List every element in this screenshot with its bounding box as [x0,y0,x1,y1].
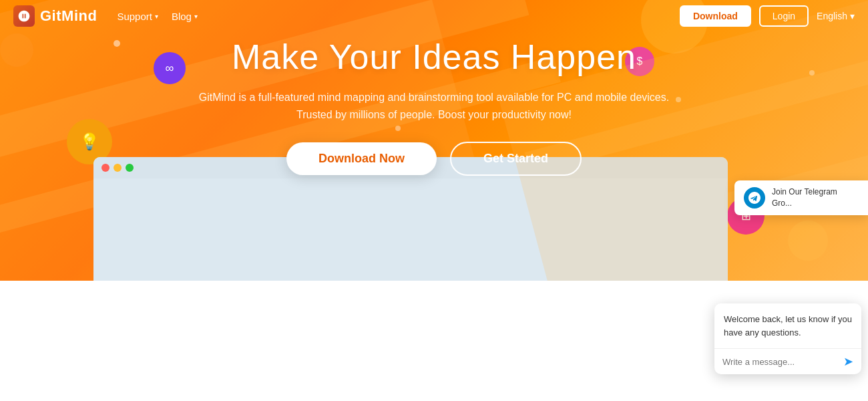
chevron-down-icon: ▾ [155,13,158,20]
app-body [93,178,728,281]
hero-title: Make Your Ideas Happen [232,37,636,77]
download-now-button[interactable]: Download Now [286,142,437,175]
chat-widget: Welcome back, let us know if you have an… [714,303,861,374]
chat-message: Welcome back, let us know if you have an… [714,303,861,348]
language-selector[interactable]: English ▾ [817,11,855,21]
send-icon[interactable]: ➤ [843,354,853,369]
hero-section: ∞ $ 💡 ⊞ Make Your Ideas Happen GitMind i… [0,0,868,281]
telegram-icon [744,187,765,209]
telegram-float[interactable]: Join Our Telegram Gro... [734,180,868,215]
brand-name: GitMind [40,7,97,25]
login-button[interactable]: Login [759,5,809,27]
nav-links: Support ▾ Blog ▾ [117,11,680,22]
nav-blog[interactable]: Blog ▾ [172,11,198,22]
logo-icon [13,5,35,27]
download-button[interactable]: Download [680,5,751,27]
hero-content: Make Your Ideas Happen GitMind is a full… [0,37,868,176]
get-started-button[interactable]: Get Started [450,142,582,176]
hero-buttons: Download Now Get Started [286,142,582,176]
chat-input[interactable] [722,357,838,367]
navbar: GitMind Support ▾ Blog ▾ Download Login … [0,0,868,32]
chat-input-area: ➤ [714,348,861,374]
chevron-down-icon: ▾ [194,13,198,20]
nav-right: Download Login English ▾ [680,5,855,27]
telegram-text: Join Our Telegram Gro... [772,186,859,209]
deco-circle-bottom-right [788,221,828,261]
chevron-down-icon: ▾ [850,11,855,21]
logo-area: GitMind [13,5,97,27]
hero-description: GitMind is a full-featured mind mapping … [194,89,674,123]
nav-support[interactable]: Support ▾ [117,11,158,22]
